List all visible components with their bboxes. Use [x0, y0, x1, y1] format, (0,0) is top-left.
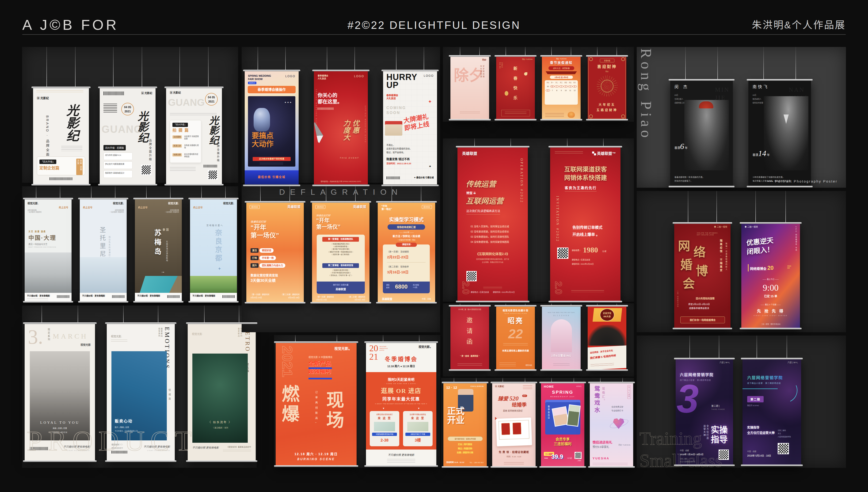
panel-burning-winter: 2021 视觉光影。 视觉光影 X 中国婚博会 全新产品 超强福利 燃 爆 订 … — [274, 335, 440, 468]
brand-logo: 玥纱 YUESHA — [522, 58, 532, 60]
spring-title: SPRING — [541, 390, 585, 395]
header-right-title: 朱洪明&个人作品展 — [752, 19, 846, 32]
item-desc: 多角度 拍摄婚礼视频 — [184, 144, 200, 149]
poster-rod — [747, 186, 813, 188]
service-note: 全新拍摄线路 一站式服务 异国风情 — [165, 209, 179, 213]
free-claim-line: 免 费 领 · 结婚证收藏框 — [492, 450, 536, 454]
poster-content: 20 21 WINTER WEDDING EXPO 视觉光影。 冬季婚博会 12… — [366, 342, 436, 466]
hanging-wire — [239, 305, 239, 323]
country-label: 泰国 — [163, 228, 170, 231]
calligraphy-offer: 优惠 力度大 — [342, 120, 360, 141]
workers-illustration — [588, 325, 626, 346]
footer-strip: 不只婚纱照 · 更有微電影 — [25, 293, 72, 302]
hanging-wire — [204, 305, 204, 323]
cal-day: 11 — [568, 90, 572, 92]
poster-portrait-minjie: 闵 杰 85后 甘肃白银人 成都地铁工程师 MIN JIE 蓉漂6 年 看着成都… — [670, 80, 733, 187]
poster-rod — [165, 87, 224, 88]
hanging-wire — [688, 191, 688, 223]
photo-pool — [139, 276, 182, 295]
greeting-box — [501, 110, 530, 116]
poster-rod — [540, 55, 582, 57]
hanging-wire — [123, 305, 124, 323]
course-header-1: 第一堂课程 · 拉练销售团队 — [322, 237, 359, 242]
text-placeholder — [223, 450, 251, 452]
en-slogan: ISOLATE THE EPIDEMIC, NOT ISOLATE LOVE — [697, 232, 718, 236]
poster-rod — [669, 186, 735, 188]
poster-rod — [376, 302, 437, 303]
hanging-wire — [717, 47, 718, 80]
badge-number: 20 — [767, 265, 774, 271]
stat-number: 14 — [758, 149, 766, 158]
eye-logo-icon: ◉ — [714, 226, 716, 228]
big-char-ranbao: 燃 爆 — [282, 384, 300, 424]
badge-small: 项特权 福利 — [787, 265, 791, 269]
poster-rod — [311, 302, 371, 303]
barcode — [222, 295, 234, 298]
gift-box — [385, 121, 402, 136]
photo-manager — [764, 96, 809, 170]
hanging-wire — [460, 47, 460, 56]
course-card: 第一堂课程 · 拉练销售团队 〈 快速回暖复购团队状态 〉 〈 全新网络营销罗盘… — [317, 235, 365, 281]
hanging-wire — [327, 47, 327, 70]
book-title: 《互联网转化体现2.0》 — [457, 252, 528, 256]
price-value: 1980 — [583, 245, 598, 255]
poster-team-shooting: 视觉光影团队拍摄计划 TEAM SHOOTING PLAN 昭亮 22 本周五请… — [496, 306, 535, 370]
calendar-days: 31 1 2 3 4 5 6 — [542, 315, 580, 317]
text-placeholder — [111, 340, 127, 342]
year-badge: @2022 — [315, 205, 325, 209]
stat-line: 蓉漂6 年 — [674, 141, 688, 152]
side-vertical: INVITATION #2022 — [555, 196, 560, 242]
text-placeholder — [27, 298, 48, 300]
style-tags: 文艺 浪漫 温柔 — [28, 230, 46, 233]
poster-rod — [312, 184, 370, 186]
hanging-wire — [505, 47, 506, 56]
text-placeholder — [545, 113, 564, 117]
footer-note: 《视觉系列》春夏新品拍定中 — [227, 446, 251, 448]
academy-title: 六层网络营销学院 — [747, 375, 783, 380]
event-period: 活动时间 12.8 - 12.12 — [446, 461, 464, 464]
poster-bb-meeting: 企业文化 BB大会 这位同志 · 关于企业文化 我们来聊 5 毛钱的咋样 — [588, 306, 626, 370]
year-badge: @2022 — [422, 205, 432, 209]
poster-content: 视觉光影团队拍摄计划 TEAM SHOOTING PLAN 昭亮 22 本周五请… — [496, 306, 535, 370]
upgrade-title: 拍 摄 篇 — [172, 128, 189, 133]
poster-rod — [189, 301, 239, 303]
series-label: 限定系列 — [47, 328, 50, 341]
poster-rod — [539, 466, 586, 468]
poster-samui: 约上云兮 视觉光影. 全新拍摄线路 一站式服务 异国风情 泰国 苏梅岛 东南亚海… — [135, 198, 182, 302]
banner-ribbon: 春季婚博会骚操作 — [248, 86, 296, 93]
poster-yaoqinghan: 2019第二届 · 婚纱礼服巡回交流会 邀 请 函 “ 爱一座城 · 圆满家庭 … — [450, 306, 489, 370]
panel-travel-wedding: 视觉光影. 约上云兮 全新拍摄线路 一站式服务 异国风情 文艺 浪漫 温柔 中国… — [22, 186, 238, 302]
poster-rod — [539, 382, 586, 384]
league-logo: 英雄联盟 — [353, 204, 366, 209]
poster-chuxi: 除夕 玥纱 岁岁常欢愉 年年皆胜意 — [450, 56, 489, 120]
hanging-wire — [337, 335, 337, 342]
hardhat-icon — [699, 101, 713, 108]
hanging-wire — [571, 47, 571, 56]
hanging-wire — [36, 186, 36, 198]
poster-content: 12 · 12 CHILDREN 正式 开业 豪华福利放送 · 诚邀伙伴拍摄 定… — [443, 383, 487, 467]
hanging-wire — [617, 47, 617, 56]
poster-rod — [456, 146, 529, 148]
stat-number: 6 — [680, 142, 684, 151]
header-left-title: A J©B FOR — [22, 16, 119, 34]
qr-code — [557, 248, 568, 259]
destination-title: 中国·大理 — [28, 234, 56, 241]
poster-rod — [548, 301, 622, 302]
photo-box-3d: 春季会员日 — [545, 400, 580, 435]
text-placeholder — [571, 290, 604, 292]
hanging-wire — [142, 47, 142, 87]
arrow-down-icon: ▼ — [382, 407, 385, 410]
row-value: 开年第一炮 — [259, 256, 276, 260]
poster-rod — [189, 198, 239, 199]
logo-placeholder: LOGO — [285, 75, 295, 78]
tiger-illustration — [568, 112, 575, 118]
text-placeholder — [593, 463, 628, 465]
quote-line: “ 爱一座城 · 圆满家庭 ” — [450, 355, 489, 357]
practical-lines: 实操指导 全方位打造运营大神 — [747, 425, 775, 436]
poster-content: ▣ 光影纪 04 05 2021 GUANG 光影纪 品牌全面升级 四大升级 ·… — [100, 87, 155, 184]
league-logo: 英雄联盟 — [288, 204, 300, 209]
kpi-line-2: 3天做30天业绩 — [251, 278, 276, 283]
poster-rod — [245, 201, 305, 203]
poster-rod — [186, 322, 257, 324]
ribbon-banner: 豪华福利放送 · 诚邀伙伴拍摄 — [448, 436, 483, 441]
